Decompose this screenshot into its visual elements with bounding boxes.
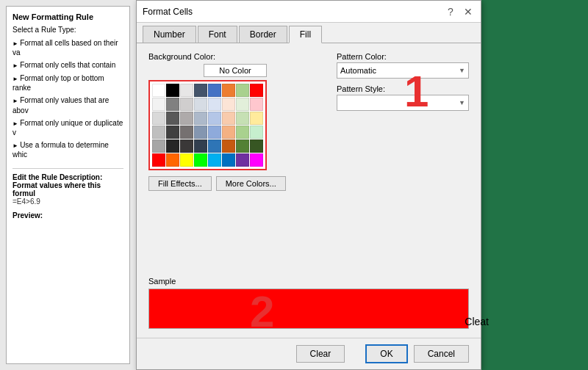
palette-buttons: Fill Effects... More Colors... [148, 176, 322, 191]
pattern-style-select[interactable]: ▼ [337, 95, 469, 111]
color-cell[interactable] [180, 126, 193, 139]
color-cell[interactable] [222, 84, 235, 97]
nfr-title: New Formatting Rule [12, 12, 123, 21]
color-cell[interactable] [250, 139, 263, 153]
nfr-subtitle: Select a Rule Type: [12, 26, 123, 34]
color-cell[interactable] [208, 98, 221, 111]
tab-font[interactable]: Font [198, 26, 237, 43]
close-icon[interactable]: ✕ [462, 6, 475, 18]
clear-btn-wrap: Clear [148, 345, 345, 363]
dialog-footer: Clear OK Cancel [137, 338, 481, 369]
left-col: Background Color: No Color [148, 52, 322, 271]
color-cell[interactable] [250, 126, 263, 139]
color-cell[interactable] [152, 98, 165, 111]
color-cell[interactable] [194, 126, 207, 139]
dialog-body: Background Color: No Color [137, 43, 481, 338]
formula-label: Format values where this formul [12, 181, 123, 197]
color-cell[interactable] [166, 112, 179, 125]
color-cell[interactable] [166, 84, 179, 97]
palette-grid [152, 84, 263, 167]
color-cell[interactable] [236, 98, 249, 111]
color-cell[interactable] [152, 153, 165, 167]
color-cell[interactable] [222, 126, 235, 139]
color-cell[interactable] [250, 84, 263, 97]
color-cell[interactable] [180, 139, 193, 153]
new-formatting-rule-panel: New Formatting Rule Select a Rule Type: … [6, 6, 130, 364]
pattern-color-select[interactable]: Automatic ▼ [337, 62, 469, 79]
more-colors-button[interactable]: More Colors... [216, 176, 286, 191]
cleat-label: Cleat [465, 316, 489, 327]
formula-value: =E4>6.9 [12, 197, 123, 206]
color-cell[interactable] [236, 126, 249, 139]
titlebar-icons: ? ✕ [444, 6, 475, 18]
rule-description: Edit the Rule Description: Format values… [12, 168, 123, 220]
color-cell[interactable] [152, 84, 165, 97]
color-cell[interactable] [166, 126, 179, 139]
preview-label: Preview: [12, 211, 123, 220]
dropdown-arrow-icon: ▼ [459, 67, 465, 74]
color-cell[interactable] [194, 139, 207, 153]
rule-type-5[interactable]: Format only unique or duplicate v [12, 117, 123, 139]
color-cell[interactable] [222, 98, 235, 111]
pattern-color-label: Pattern Color: [337, 52, 469, 61]
color-cell[interactable] [152, 139, 165, 153]
color-cell[interactable] [152, 126, 165, 139]
color-cell[interactable] [166, 98, 179, 111]
color-cell[interactable] [180, 98, 193, 111]
annotation-2: 2 [250, 286, 274, 337]
color-cell[interactable] [194, 84, 207, 97]
bg-color-label: Background Color: [148, 52, 322, 61]
color-cell[interactable] [236, 153, 249, 167]
ok-button[interactable]: OK [365, 344, 407, 363]
color-cell[interactable] [208, 126, 221, 139]
annotation-1: 1 [404, 66, 429, 117]
dialog-title: Format Cells [143, 7, 193, 17]
color-cell[interactable] [194, 98, 207, 111]
color-cell[interactable] [180, 84, 193, 97]
tab-border[interactable]: Border [239, 26, 287, 43]
rule-type-3[interactable]: Format only top or bottom ranke [12, 72, 123, 94]
dialog-tabs: Number Font Border Fill [137, 23, 481, 43]
color-cell[interactable] [152, 112, 165, 125]
no-color-button[interactable]: No Color [204, 64, 266, 77]
color-cell[interactable] [250, 98, 263, 111]
color-cell[interactable] [250, 153, 263, 167]
color-cell[interactable] [194, 112, 207, 125]
color-cell[interactable] [180, 153, 193, 167]
cancel-button[interactable]: Cancel [414, 345, 469, 363]
sample-preview-box [148, 289, 469, 329]
rule-desc-title: Edit the Rule Description: [12, 173, 123, 181]
tab-fill[interactable]: Fill [289, 26, 322, 43]
color-cell[interactable] [222, 153, 235, 167]
rule-type-1[interactable]: Format all cells based on their va [12, 37, 123, 59]
format-cells-dialog: Format Cells ? ✕ Number Font Border Fill… [136, 0, 481, 370]
color-cell[interactable] [236, 112, 249, 125]
color-cell[interactable] [166, 153, 179, 167]
clear-button[interactable]: Clear [296, 345, 345, 363]
pattern-style-label: Pattern Style: [337, 84, 469, 93]
color-cell[interactable] [208, 112, 221, 125]
fill-effects-button[interactable]: Fill Effects... [148, 176, 212, 191]
help-icon[interactable]: ? [444, 6, 457, 18]
color-cell[interactable] [180, 112, 193, 125]
rule-type-2[interactable]: Format only cells that contain [12, 59, 123, 71]
color-cell[interactable] [236, 84, 249, 97]
left-panel: New Formatting Rule Select a Rule Type: … [0, 0, 136, 370]
color-cell[interactable] [194, 153, 207, 167]
rule-type-4[interactable]: Format only values that are abov [12, 94, 123, 116]
color-cell[interactable] [222, 139, 235, 153]
dialog-titlebar: Format Cells ? ✕ [137, 1, 481, 23]
color-cell[interactable] [208, 153, 221, 167]
color-cell[interactable] [250, 112, 263, 125]
color-cell[interactable] [166, 139, 179, 153]
color-cell[interactable] [236, 139, 249, 153]
color-cell[interactable] [208, 139, 221, 153]
color-cell[interactable] [222, 112, 235, 125]
color-cell[interactable] [208, 84, 221, 97]
sample-section: Sample [148, 277, 469, 329]
dropdown-arrow-2-icon: ▼ [459, 99, 465, 106]
tab-number[interactable]: Number [143, 26, 196, 43]
sample-label: Sample [148, 277, 469, 286]
rule-type-6[interactable]: Use a formula to determine whic [12, 139, 123, 161]
right-col: Pattern Color: Automatic ▼ Pattern Style… [337, 52, 469, 271]
